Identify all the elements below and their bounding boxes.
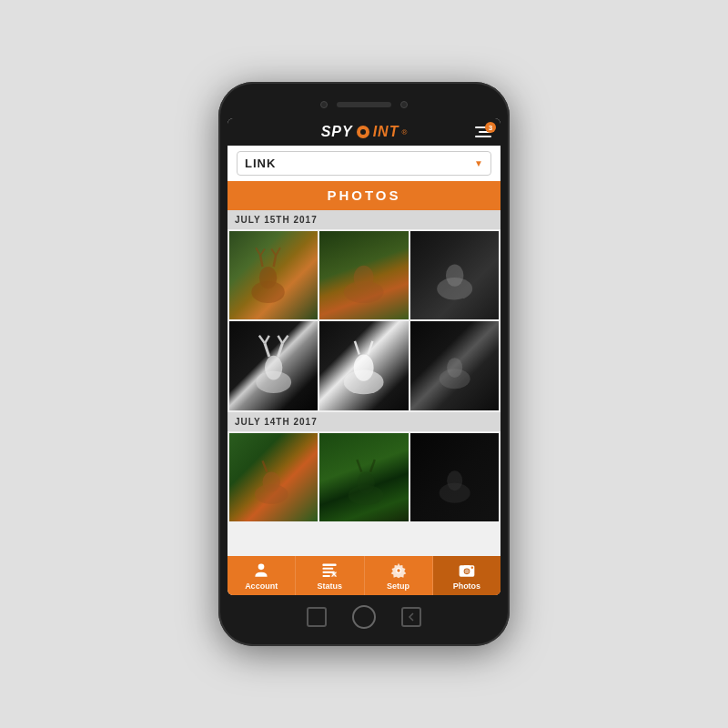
date-label-july15: JULY 15TH 2017 [228,210,500,229]
photo-thumbnail [229,231,318,319]
logo-trademark: ® [401,128,407,136]
photo-item[interactable] [319,433,408,521]
photo-thumbnail [229,321,318,410]
svg-line-28 [262,460,267,471]
svg-rect-36 [323,564,337,567]
date-group-july15: JULY 15TH 2017 [228,210,500,412]
svg-point-27 [262,471,279,491]
app-header: SPY INT ® 3 [228,118,500,146]
logo-dot [357,126,369,138]
logo-spy-text: SPY [321,124,353,140]
photo-item[interactable] [319,321,408,410]
photo-grid-july14 [228,431,500,523]
phone-frame: SPY INT ® 3 LINK ▼ [218,82,510,646]
photo-thumbnail [319,321,408,410]
svg-line-6 [276,248,280,256]
dropdown-arrow-icon: ▼ [474,158,483,168]
svg-line-31 [358,460,362,471]
nav-item-setup[interactable]: Setup [365,556,433,595]
svg-line-23 [369,341,373,355]
setup-icon [389,561,408,580]
date-group-july14: JULY 14TH 2017 [228,412,500,523]
status-icon [320,561,339,580]
camera-name: LINK [245,157,276,170]
photo-item[interactable] [410,321,499,410]
nav-item-account[interactable]: Account [228,556,296,595]
sensor [400,101,408,108]
svg-line-32 [370,460,375,471]
logo-dot-inner [360,129,366,135]
photo-thumbnail [319,433,408,521]
svg-line-15 [259,336,265,344]
svg-line-19 [278,336,283,344]
svg-line-2 [260,256,262,267]
app-logo: SPY INT ® [321,124,408,140]
svg-line-22 [355,341,359,355]
photo-thumbnail [410,231,499,319]
back-button[interactable] [401,607,421,627]
nav-item-photos[interactable]: Photos [433,556,500,595]
photo-item[interactable] [410,231,499,319]
nav-label-setup: Setup [387,581,410,591]
svg-line-4 [260,248,265,255]
photo-item[interactable] [229,433,318,521]
account-icon [252,561,270,580]
nav-label-status: Status [318,581,343,591]
recent-apps-button[interactable] [307,607,327,627]
svg-line-14 [265,344,269,358]
svg-rect-49 [464,565,470,568]
svg-point-48 [464,569,469,573]
svg-point-34 [447,470,462,490]
nav-item-status[interactable]: Status [296,556,364,595]
menu-bar-3 [475,136,491,137]
nav-label-photos: Photos [453,581,481,591]
phone-screen: SPY INT ® 3 LINK ▼ [228,118,500,595]
svg-point-35 [258,564,265,571]
svg-point-21 [354,355,374,381]
svg-rect-39 [323,575,330,577]
phone-bottom-bar [228,601,500,633]
photo-thumbnail [229,433,318,521]
svg-line-16 [265,336,269,344]
menu-button[interactable]: 3 [475,126,491,137]
svg-rect-37 [323,568,334,570]
section-title-bar: PHOTOS [228,181,500,210]
svg-point-1 [259,267,277,288]
svg-line-17 [278,344,283,358]
back-arrow-icon [407,612,416,622]
svg-point-45 [397,569,399,571]
svg-point-50 [470,566,473,569]
date-label-july14: JULY 14TH 2017 [228,412,500,431]
photo-thumbnail [410,433,499,521]
photos-content[interactable]: JULY 15TH 2017 [228,210,500,556]
svg-line-3 [256,248,260,256]
home-button[interactable] [352,605,376,629]
camera-selector: LINK ▼ [228,146,500,181]
front-camera [320,101,328,108]
photo-thumbnail [319,231,408,319]
svg-point-13 [265,356,282,380]
svg-line-7 [271,248,276,255]
photo-item[interactable] [229,231,318,319]
section-title: PHOTOS [327,187,400,203]
camera-dropdown[interactable]: LINK ▼ [237,151,491,176]
photo-item[interactable] [319,231,408,319]
nav-label-account: Account [245,581,278,591]
logo-point-text: INT [373,124,399,140]
svg-point-9 [354,266,374,290]
svg-point-25 [447,358,462,378]
photos-icon [458,561,476,580]
photo-thumbnail [410,321,499,410]
bottom-navigation: Account Status [228,556,500,595]
svg-point-30 [358,471,375,493]
photo-grid-july15 [228,229,500,412]
svg-line-18 [282,336,288,344]
svg-point-11 [446,265,463,287]
photo-item[interactable] [229,321,318,410]
notification-badge: 3 [485,122,496,133]
phone-top-bar [228,95,500,115]
svg-line-5 [274,256,276,267]
photo-item[interactable] [410,433,499,521]
speaker-grille [337,102,391,107]
